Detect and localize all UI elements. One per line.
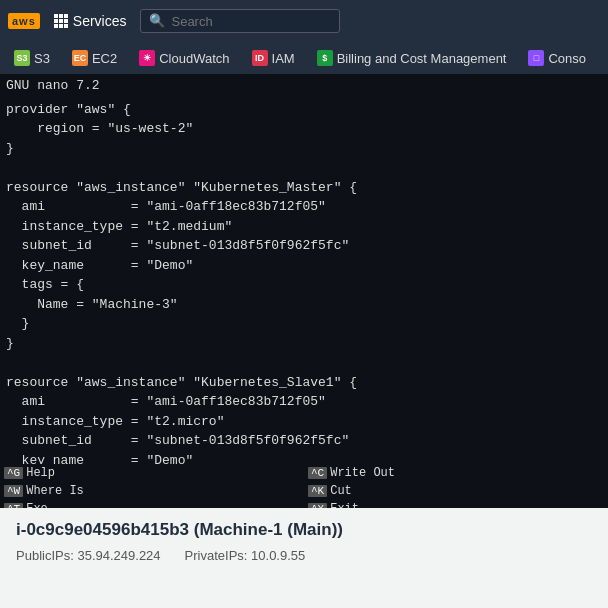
public-ip-label: PublicIPs: [16,548,74,563]
cloudwatch-icon: ☀ [139,50,155,66]
nano-cmd-help[interactable]: ^G Help [0,464,304,482]
aws-logo-text: aws [8,13,40,29]
tab-console-label: Conso [548,51,586,66]
console-icon: □ [528,50,544,66]
code-line: Name = "Machine-3" [6,295,602,315]
code-line [6,158,602,178]
nano-cmd-label: Where Is [26,484,84,498]
nano-cmd-label: Help [26,466,55,480]
code-line: } [6,334,602,354]
code-line: subnet_id = "subnet-013d8f5f0f962f5fc" [6,236,602,256]
code-line: region = "us-west-2" [6,119,602,139]
nano-cmd-label: Write Out [330,466,395,480]
public-ip-number: 35.94.249.224 [77,548,160,563]
tab-cloudwatch[interactable]: ☀ CloudWatch [129,46,239,70]
tab-billing-label: Billing and Cost Management [337,51,507,66]
code-line: provider "aws" { [6,100,602,120]
nano-key: ^T [4,503,23,508]
grid-icon [54,14,68,28]
nano-key: ^G [4,467,23,479]
nano-cmd-label: Cut [330,484,352,498]
code-line: instance_type = "t2.micro" [6,412,602,432]
terminal: GNU nano 7.2 provider "aws" { region = "… [0,74,608,464]
nano-key: ^W [4,485,23,497]
billing-icon: $ [317,50,333,66]
tab-ec2-label: EC2 [92,51,117,66]
tab-ec2[interactable]: EC EC2 [62,46,127,70]
s3-icon: S3 [14,50,30,66]
code-line: key_name = "Demo" [6,256,602,276]
tab-iam-label: IAM [272,51,295,66]
nano-cmd-writeout[interactable]: ^C Write Out [304,464,608,482]
nano-key: ^C [308,467,327,479]
tab-cloudwatch-label: CloudWatch [159,51,229,66]
code-line: instance_type = "t2.medium" [6,217,602,237]
public-ip-group: PublicIPs: 35.94.249.224 [16,548,161,563]
tab-s3[interactable]: S3 S3 [4,46,60,70]
code-line: ami = "ami-0aff18ec83b712f05" [6,392,602,412]
ec2-icon: EC [72,50,88,66]
code-line: ami = "ami-0aff18ec83b712f05" [6,197,602,217]
services-label: Services [73,13,127,29]
nano-key: ^X [308,503,327,508]
aws-logo[interactable]: aws [8,13,40,29]
instance-id: i-0c9c9e04596b415b3 (Machine-1 (Main)) [16,520,592,540]
private-ip-group: PrivateIPs: 10.0.9.55 [185,548,306,563]
private-ip-number: 10.0.9.55 [251,548,305,563]
search-input[interactable] [171,14,331,29]
nano-cmd-label: Exit [330,502,359,508]
code-line [6,353,602,373]
nano-cmd-exit[interactable]: ^X Exit [304,500,608,508]
instance-id-text: i-0c9c9e04596b415b3 [16,520,189,539]
terminal-title: GNU nano 7.2 [0,74,608,98]
code-line: } [6,139,602,159]
code-line: key_name = "Demo" [6,451,602,465]
code-line: tags = { [6,275,602,295]
services-button[interactable]: Services [48,9,133,33]
search-icon: 🔍 [149,13,165,29]
instance-name-text: (Machine-1 (Main)) [194,520,343,539]
code-line: subnet_id = "subnet-013d8f5f0f962f5fc" [6,431,602,451]
instance-ips: PublicIPs: 35.94.249.224 PrivateIPs: 10.… [16,548,592,563]
code-line: } [6,314,602,334]
nano-cmd-whereis[interactable]: ^W Where Is [0,482,304,500]
tab-console[interactable]: □ Conso [518,46,596,70]
nano-key: ^K [308,485,327,497]
search-bar[interactable]: 🔍 [140,9,340,33]
nano-bar: ^G Help ^C Write Out ^W Where Is ^K Cut … [0,464,608,508]
service-tabs: S3 S3 EC EC2 ☀ CloudWatch ID IAM $ Billi… [0,42,608,74]
code-line: resource "aws_instance" "Kubernetes_Mast… [6,178,602,198]
iam-icon: ID [252,50,268,66]
tab-iam[interactable]: ID IAM [242,46,305,70]
nano-cmd-exe[interactable]: ^T Exe [0,500,304,508]
info-panel: i-0c9c9e04596b415b3 (Machine-1 (Main)) P… [0,508,608,571]
aws-nav: aws Services 🔍 [0,0,608,42]
tab-s3-label: S3 [34,51,50,66]
private-ip-label: PrivateIPs: [185,548,248,563]
nano-cmd-cut[interactable]: ^K Cut [304,482,608,500]
nano-cmd-label: Exe [26,502,48,508]
code-line: resource "aws_instance" "Kubernetes_Slav… [6,373,602,393]
terminal-body[interactable]: provider "aws" { region = "us-west-2" } … [0,98,608,465]
tab-billing[interactable]: $ Billing and Cost Management [307,46,517,70]
